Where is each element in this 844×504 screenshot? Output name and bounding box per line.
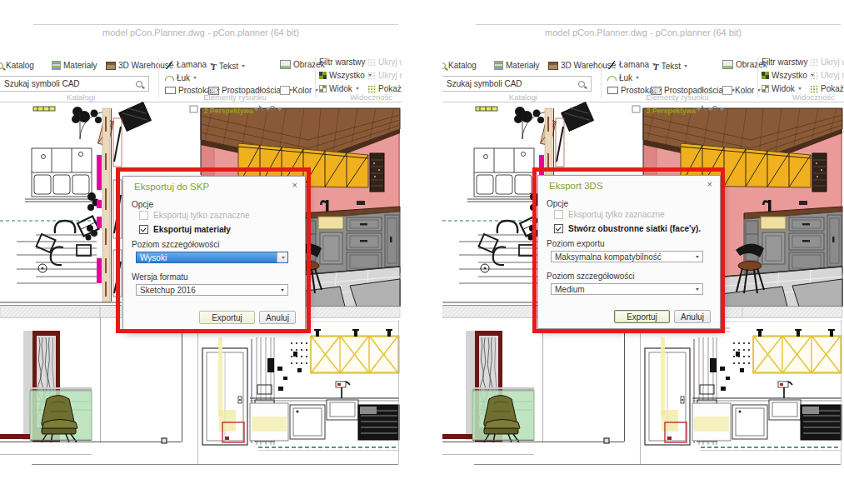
dropdown-field-2[interactable]: Medium — [551, 283, 703, 295]
window-title: model pCon.Planner.dwg - pCon.planner (6… — [0, 27, 402, 37]
layers-view-icon — [762, 85, 769, 92]
toolbar-divider — [158, 57, 159, 98]
dropdown-field-2[interactable]: Sketchup 2016 — [136, 284, 288, 296]
toolbar-layer-filter-label: Filtr warstwy — [762, 57, 808, 67]
toolbar-image-button[interactable]: Obrazek — [280, 59, 325, 70]
toolbar-polyline-button[interactable]: Łamana — [165, 59, 213, 70]
checkbox-unchecked-icon — [554, 210, 563, 219]
toolbar-divider — [315, 57, 316, 98]
export-dialog: Eksport 3DS × Opcje Eksportuj tylko zazn… — [537, 175, 721, 329]
toolbar-katalog-button[interactable]: Katalog — [442, 60, 477, 71]
warehouse-icon — [106, 62, 116, 70]
combo-arrow-button[interactable] — [277, 252, 287, 262]
chevron-down-icon — [193, 77, 197, 79]
field1-label: Poziom exportu — [547, 239, 604, 248]
checkbox-unchecked-icon — [139, 211, 148, 220]
catalog-icon — [0, 62, 3, 69]
toolbar-divider — [601, 57, 602, 98]
checkbox-checked-icon — [554, 224, 563, 233]
toolbar-color-button[interactable]: Kolor — [280, 85, 318, 96]
toolbar-materials-button[interactable]: Materiały — [494, 60, 540, 71]
toolbar-3d-warehouse-button[interactable]: 3D Warehouse — [106, 60, 173, 71]
toolbar-arc-button[interactable]: Łuk — [607, 72, 639, 83]
cad-symbol-search — [442, 76, 592, 92]
chevron-down-icon — [281, 289, 284, 292]
warehouse-icon — [548, 62, 558, 70]
toolbar-materials-button[interactable]: Materiały — [52, 60, 97, 71]
show-icon — [367, 85, 376, 93]
layers-all-icon — [762, 72, 769, 79]
search-icon[interactable] — [578, 81, 585, 87]
export-selected-only-checkbox: Eksportuj tylko zaznaczne — [139, 211, 250, 220]
export-dialog: Eksportuj do SKP × Opcje Eksportuj tylko… — [122, 176, 306, 330]
show-icon — [810, 85, 818, 93]
chevron-down-icon — [356, 87, 359, 90]
hide-unselected-icon — [367, 72, 376, 80]
options-section-label: Opcje — [132, 200, 153, 209]
dialog-close-button[interactable]: × — [707, 179, 712, 189]
image-icon — [722, 60, 733, 69]
toolbar-3d-warehouse-button[interactable]: 3D Warehouse — [548, 60, 616, 71]
toolbar-katalog-button[interactable]: Katalog — [0, 60, 34, 71]
toolbar-hide-selected-button[interactable]: Ukryj w — [810, 57, 844, 67]
layers-all-icon — [319, 72, 327, 79]
cad-symbol-search-input[interactable] — [0, 79, 136, 88]
chevron-down-icon — [684, 65, 687, 67]
toolbar-arc-button[interactable]: Łuk — [165, 72, 197, 83]
left-screenshot: model pCon.Planner.dwg - pCon.planner (6… — [0, 0, 402, 504]
section-label-katalogi: Katalogi — [31, 92, 131, 102]
toolbar-polyline-button[interactable]: Łamana — [607, 59, 656, 70]
chevron-down-icon — [636, 77, 639, 79]
dropdown-field-1[interactable]: Wysoki — [136, 252, 288, 263]
image-icon — [280, 60, 291, 69]
export-button[interactable]: Exportuj — [199, 311, 255, 324]
toolbar-hide-unselected-button[interactable]: Ukryj n — [367, 70, 402, 81]
cancel-button[interactable]: Anuluj — [259, 311, 296, 324]
toolbar-hide-unselected-button[interactable]: Ukryj n — [810, 70, 844, 81]
toolbar-all-layers-button[interactable]: Wszystko — [762, 70, 814, 81]
dialog-close-button[interactable]: × — [292, 180, 297, 190]
dialog-title: Eksportuj do SKP — [134, 182, 209, 192]
hide-selected-icon — [367, 58, 376, 67]
dropdown-field-1[interactable]: Maksymalna kompatybilność — [551, 251, 703, 262]
chevron-down-icon — [696, 256, 699, 258]
toolbar-layer-filter-label: Filtr warstwy — [319, 57, 366, 67]
chevron-down-icon — [242, 65, 245, 67]
arc-icon — [607, 76, 617, 81]
field2-label: Poziom szczegółowości — [547, 272, 635, 281]
export-button[interactable]: Exportuj — [614, 310, 670, 323]
layers-view-icon — [319, 85, 327, 92]
text-icon — [211, 62, 217, 72]
polyline-icon — [607, 61, 617, 69]
toolbar-hide-selected-button[interactable]: Ukryj w — [367, 57, 402, 67]
section-label-widocznosc: Widoczność — [327, 92, 402, 102]
toolbar-text-button[interactable]: Tekst — [211, 61, 245, 72]
catalog-icon — [442, 62, 446, 69]
section-label-katalogi: Katalogi — [473, 92, 573, 102]
toolbar-image-button[interactable]: Obrazek — [722, 59, 767, 70]
hide-unselected-icon — [810, 72, 818, 80]
arc-icon — [165, 76, 174, 81]
rectangle-icon — [607, 87, 618, 94]
toolbar-text-button[interactable]: Tekst — [653, 61, 687, 72]
section-label-elementy: Elementy rysunku — [185, 92, 285, 102]
field1-label: Poziom szczegółowości — [132, 240, 220, 249]
cancel-button[interactable]: Anuluj — [674, 310, 711, 323]
search-icon[interactable] — [136, 81, 142, 87]
materials-icon — [52, 61, 61, 70]
toolbar-all-layers-button[interactable]: Wszystko — [319, 70, 372, 81]
cad-symbol-search-input[interactable] — [442, 79, 578, 88]
polyline-icon — [165, 61, 174, 69]
cad-symbol-search — [0, 76, 149, 92]
materials-icon — [494, 61, 503, 70]
toolbar-color-button[interactable]: Kolor — [722, 85, 761, 96]
chevron-down-icon — [696, 288, 699, 291]
window-title: model pCon.Planner.dwg - pCon.planner (6… — [442, 27, 844, 37]
toolbar-divider — [757, 57, 758, 98]
rectangle-icon — [165, 87, 176, 94]
export-option-checkbox[interactable]: Eksportuj materiały — [139, 225, 231, 234]
options-section-label: Opcje — [547, 199, 568, 208]
field2-label: Wersja formatu — [132, 272, 188, 282]
export-option-checkbox[interactable]: Stwórz obustronne siatki (face'y). — [554, 224, 701, 233]
dialog-title: Eksport 3DS — [549, 181, 603, 191]
